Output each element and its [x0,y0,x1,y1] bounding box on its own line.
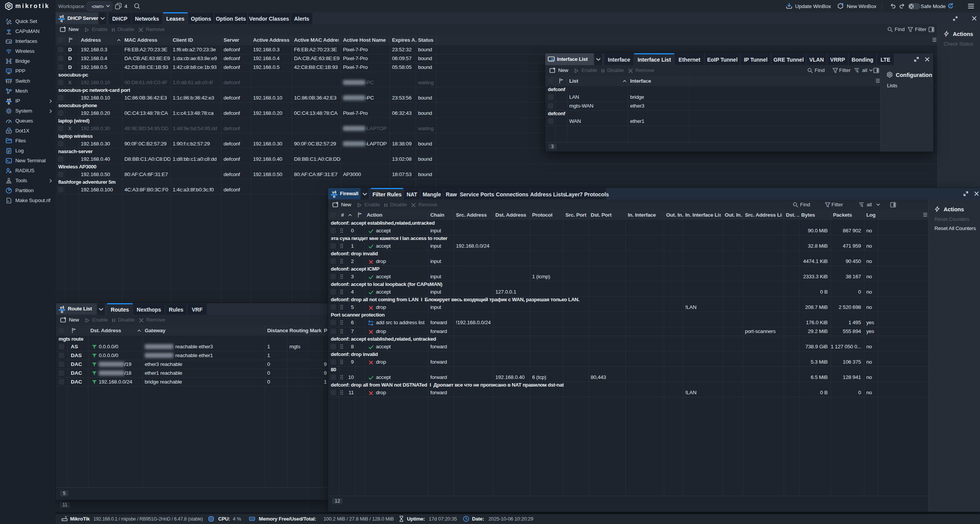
svg-text:v4: v4 [60,305,64,310]
svg-text:v4: v4 [332,190,336,194]
svg-text:v4: v4 [7,98,11,101]
svg-text:?: ? [949,5,951,8]
svg-text:v4: v4 [59,15,64,19]
